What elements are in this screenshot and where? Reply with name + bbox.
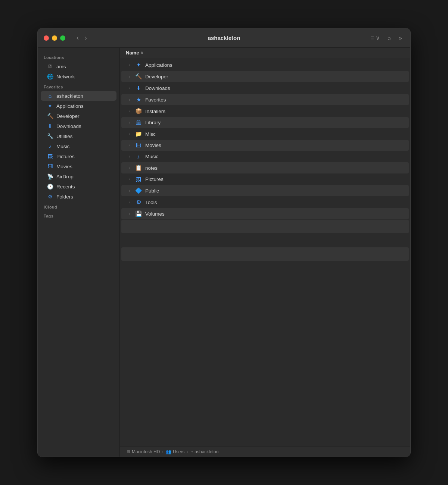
chevron-right-icon: › xyxy=(127,63,132,67)
view-options-button[interactable]: ≡ ∨ xyxy=(368,33,382,43)
library-folder-icon: 🏛 xyxy=(135,119,142,126)
table-row[interactable]: › 📦 Installers xyxy=(121,106,409,117)
chevron-right-icon: › xyxy=(127,121,132,125)
window-title: ashackleton xyxy=(208,35,240,41)
chevron-right-icon: › xyxy=(127,189,132,193)
maximize-button[interactable] xyxy=(60,35,65,41)
sidebar-item-applications[interactable]: ✦ Applications xyxy=(41,101,116,111)
sidebar-item-airdrop[interactable]: 📡 AirDrop xyxy=(41,172,116,181)
file-name: Library xyxy=(145,120,403,125)
breadcrumb-ashackleton[interactable]: ⌂ ashackleton xyxy=(190,449,218,454)
empty-row xyxy=(121,220,409,233)
table-row[interactable]: › 🖼 Pictures xyxy=(121,174,409,185)
file-name: notes xyxy=(145,165,403,171)
applications-folder-icon: ✦ xyxy=(135,62,142,68)
sidebar-item-label: Music xyxy=(56,144,112,149)
chevron-right-icon: › xyxy=(127,154,132,159)
globe-icon: 🌐 xyxy=(47,73,53,79)
pictures-folder-icon: 🖼 xyxy=(135,176,142,182)
locations-header: Locations xyxy=(38,52,119,61)
sidebar-item-label: Folders xyxy=(56,194,112,200)
titlebar-actions: ≡ ∨ ⌕ » xyxy=(368,33,404,43)
back-button[interactable]: ‹ xyxy=(74,32,81,43)
view-icon: ≡ ∨ xyxy=(370,35,380,41)
chevron-right-icon: › xyxy=(127,166,132,170)
developer-icon: 🔨 xyxy=(47,113,53,119)
sidebar-item-label: ashackleton xyxy=(56,93,112,99)
finder-window: ‹ › ashackleton ≡ ∨ ⌕ » Locations 🖥 ams xyxy=(37,28,411,457)
favorites-folder-icon: ★ xyxy=(135,96,142,103)
chevron-right-icon: › xyxy=(127,200,132,204)
sidebar-item-ams[interactable]: 🖥 ams xyxy=(41,62,116,71)
downloads-folder-icon: ⬇ xyxy=(135,85,142,91)
navigation-buttons: ‹ › xyxy=(74,32,89,43)
breadcrumb-users[interactable]: 👥 Users xyxy=(166,449,184,454)
table-row[interactable]: › ⬇ Downloads xyxy=(121,82,409,94)
sidebar-item-music[interactable]: ♪ Music xyxy=(41,141,116,151)
movies-folder-icon: 🎞 xyxy=(135,142,142,148)
name-label: Name xyxy=(126,50,139,56)
table-row[interactable]: › 🔨 Developer xyxy=(121,71,409,82)
chevron-right-icon: › xyxy=(127,109,132,113)
recents-icon: 🕐 xyxy=(47,184,53,190)
sidebar-item-ashackleton[interactable]: ⌂ ashackleton xyxy=(41,91,116,101)
file-name: Movies xyxy=(145,143,403,148)
hard-drive-icon: 🖥 xyxy=(126,449,130,454)
table-row[interactable]: › 🔷 Public xyxy=(121,185,409,196)
traffic-lights xyxy=(44,35,65,41)
file-name: Downloads xyxy=(145,85,403,91)
close-button[interactable] xyxy=(44,35,49,41)
breadcrumb-macintosh-hd[interactable]: 🖥 Macintosh HD xyxy=(126,449,160,454)
sidebar-item-network[interactable]: 🌐 Network xyxy=(41,72,116,81)
chevron-right-icon: › xyxy=(127,98,132,102)
breadcrumb-label: Macintosh HD xyxy=(132,449,160,454)
sidebar: Locations 🖥 ams 🌐 Network Favorites ⌂ as… xyxy=(38,48,120,457)
forward-button[interactable]: › xyxy=(83,32,89,43)
more-button[interactable]: » xyxy=(396,33,404,43)
chevron-right-icon: › xyxy=(127,143,132,147)
sidebar-item-downloads[interactable]: ⬇ Downloads xyxy=(41,121,116,131)
titlebar: ‹ › ashackleton ≡ ∨ ⌕ » xyxy=(38,28,410,48)
file-list: › ✦ Applications › 🔨 Developer › ⬇ Downl… xyxy=(120,58,410,447)
file-name: Favorites xyxy=(145,97,403,103)
monitor-icon: 🖥 xyxy=(47,63,53,69)
sidebar-item-label: ams xyxy=(56,64,112,69)
sidebar-item-utilities[interactable]: 🔧 Utilities xyxy=(41,131,116,141)
chevron-right-icon: › xyxy=(127,86,132,90)
chevron-right-icon: › xyxy=(127,212,132,216)
table-row[interactable]: › ⚙ Tools xyxy=(121,197,409,208)
table-row[interactable]: › ✦ Applications xyxy=(121,59,409,71)
sidebar-item-folders[interactable]: ⚙ Folders xyxy=(41,192,116,201)
folders-icon: ⚙ xyxy=(47,194,53,200)
sidebar-item-recents[interactable]: 🕐 Recents xyxy=(41,182,116,191)
table-row[interactable]: › 📋 notes xyxy=(121,162,409,173)
notes-folder-icon: 📋 xyxy=(135,165,142,171)
airdrop-icon: 📡 xyxy=(47,173,53,179)
public-folder-icon: 🔷 xyxy=(135,187,142,194)
table-row[interactable]: › 📁 Misc xyxy=(121,128,409,140)
search-button[interactable]: ⌕ xyxy=(385,33,393,43)
sidebar-item-label: Developer xyxy=(56,113,112,119)
tools-folder-icon: ⚙ xyxy=(135,199,142,206)
empty-row xyxy=(121,261,409,275)
sidebar-item-pictures[interactable]: 🖼 Pictures xyxy=(41,151,116,161)
sidebar-item-developer[interactable]: 🔨 Developer xyxy=(41,111,116,121)
file-name: Volumes xyxy=(145,211,403,217)
tags-header: Tags xyxy=(38,211,119,220)
misc-folder-icon: 📁 xyxy=(135,131,142,137)
table-row[interactable]: › 🏛 Library xyxy=(121,117,409,128)
sidebar-item-movies[interactable]: 🎞 Movies xyxy=(41,162,116,171)
table-row[interactable]: › 🎞 Movies xyxy=(121,140,409,151)
chevron-right-icon: › xyxy=(127,177,132,181)
table-row[interactable]: › ♪ Music xyxy=(121,151,409,162)
users-icon: 👥 xyxy=(166,449,171,454)
chevron-right-double-icon: » xyxy=(399,35,402,41)
file-name: Misc xyxy=(145,131,403,137)
table-row[interactable]: › ★ Favorites xyxy=(121,94,409,105)
table-row[interactable]: › 💾 Volumes xyxy=(121,208,409,219)
minimize-button[interactable] xyxy=(52,35,57,41)
music-icon: ♪ xyxy=(47,143,53,149)
sidebar-item-label: Network xyxy=(56,74,112,79)
name-column-header[interactable]: Name ∧ xyxy=(126,50,143,56)
search-icon: ⌕ xyxy=(388,35,391,41)
